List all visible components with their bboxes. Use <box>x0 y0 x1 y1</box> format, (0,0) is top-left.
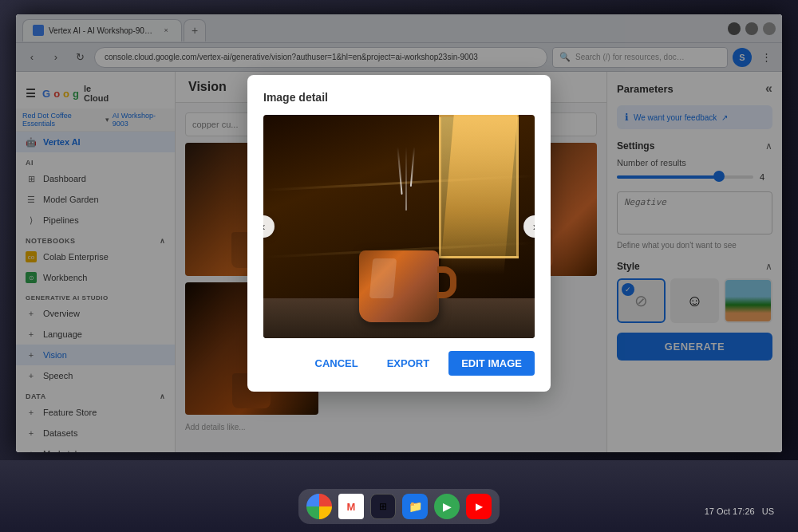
mug-highlight <box>369 258 397 298</box>
modal-overlay[interactable]: Image detail <box>16 14 782 452</box>
cancel-button[interactable]: CANCEL <box>306 351 368 376</box>
browser-screen: Vertex AI - AI Workshop-9003 × + ‹ › ↻ c… <box>16 14 782 452</box>
steam-line-2 <box>405 147 407 211</box>
datetime-text: 17 Oct 17:26 <box>705 506 755 516</box>
modal-title: Image detail <box>263 91 535 104</box>
files-icon[interactable]: 📁 <box>402 494 428 519</box>
gmail-icon[interactable]: M <box>338 494 364 519</box>
coffee-scene-bg <box>263 115 535 338</box>
taskbar-shelf: M ⊞ 📁 ▶ ▶ <box>298 489 500 524</box>
modal-image-container: ‹ › <box>263 115 535 338</box>
coffee-mug <box>359 250 439 322</box>
mug-handle <box>437 266 456 298</box>
modal-footer: CANCEL EXPORT EDIT IMAGE <box>263 351 535 376</box>
youtube-icon[interactable]: ▶ <box>466 494 492 519</box>
edit-image-button[interactable]: EDIT IMAGE <box>448 351 535 376</box>
chrome-icon[interactable] <box>306 494 332 519</box>
taskbar: M ⊞ 📁 ▶ ▶ <box>0 460 798 532</box>
play-store-icon[interactable]: ▶ <box>434 494 460 519</box>
export-button[interactable]: EXPORT <box>377 351 439 376</box>
image-detail-modal: Image detail <box>247 75 551 392</box>
region-text: US <box>762 506 774 516</box>
coffee-scene-image <box>263 115 535 338</box>
apps-icon[interactable]: ⊞ <box>370 494 396 519</box>
mug-body <box>359 250 439 322</box>
taskbar-datetime: 17 Oct 17:26 US <box>705 506 774 516</box>
steam-line-1 <box>397 147 402 195</box>
